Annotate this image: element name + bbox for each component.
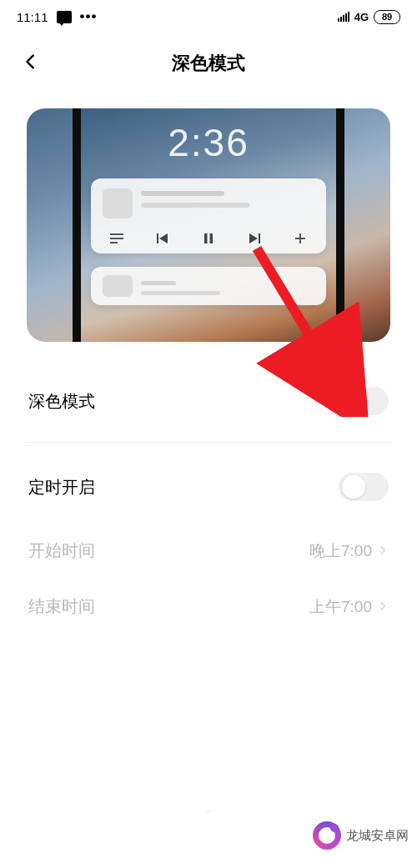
preview-album-thumb [103, 188, 133, 218]
page-title: 深色模式 [172, 51, 245, 76]
status-right: 4G 89 [338, 10, 400, 24]
preview-notification-card [91, 267, 326, 305]
dark-mode-preview: 2:36 [27, 108, 390, 342]
svg-rect-5 [204, 233, 208, 243]
svg-rect-3 [157, 233, 158, 243]
svg-marker-7 [249, 233, 258, 243]
divider [25, 442, 392, 443]
end-time-row[interactable]: 结束时间 上午7:00 [25, 579, 392, 635]
end-time-value: 上午7:00 [309, 596, 372, 618]
preview-media-card [91, 178, 326, 253]
status-bar: 11:11 ••• 4G 89 [0, 0, 417, 30]
start-time-row[interactable]: 开始时间 晚上7:00 [25, 523, 392, 579]
preview-clock: 2:36 [81, 108, 336, 165]
end-time-value-group: 上午7:00 [309, 596, 389, 618]
next-icon [245, 233, 264, 244]
signal-icon [338, 12, 349, 22]
svg-rect-6 [210, 233, 214, 243]
svg-rect-8 [259, 233, 260, 243]
playlist-icon [108, 233, 126, 244]
preview-app-thumb [103, 275, 133, 297]
pause-icon [199, 233, 218, 244]
status-time: 11:11 [17, 10, 48, 24]
nav-bar: 深色模式 [0, 38, 417, 88]
preview-text-lines [141, 188, 314, 208]
chevron-right-icon [377, 542, 389, 560]
end-time-label: 结束时间 [28, 595, 95, 618]
schedule-row[interactable]: 定时开启 [25, 451, 392, 523]
schedule-toggle[interactable] [339, 473, 389, 501]
dark-mode-label: 深色模式 [28, 390, 95, 413]
plus-icon [291, 232, 309, 245]
back-button[interactable] [22, 53, 40, 74]
status-left: 11:11 ••• [17, 8, 97, 25]
preview-media-controls [103, 232, 314, 245]
more-status-icon: ••• [80, 8, 98, 25]
page-indicator: ⌃ [204, 808, 213, 820]
watermark-text: 龙城安卓网 [346, 828, 409, 844]
network-label: 4G [354, 11, 369, 23]
notification-icon [57, 11, 72, 23]
settings-list: 深色模式 定时开启 开始时间 晚上7:00 结束时间 上午7:00 [25, 365, 392, 635]
battery-icon: 89 [374, 10, 400, 24]
schedule-label: 定时开启 [28, 476, 95, 499]
start-time-value: 晚上7:00 [309, 540, 372, 562]
watermark-logo-icon [313, 821, 341, 850]
start-time-value-group: 晚上7:00 [309, 540, 389, 562]
svg-marker-4 [159, 233, 168, 243]
dark-mode-row[interactable]: 深色模式 [25, 365, 392, 437]
preview-small-lines [141, 275, 314, 295]
start-time-label: 开始时间 [28, 539, 95, 562]
dark-mode-toggle[interactable] [339, 387, 389, 415]
preview-phone-frame: 2:36 [73, 108, 344, 342]
chevron-right-icon [377, 598, 389, 616]
watermark: 龙城安卓网 [313, 821, 409, 850]
previous-icon [153, 233, 172, 244]
